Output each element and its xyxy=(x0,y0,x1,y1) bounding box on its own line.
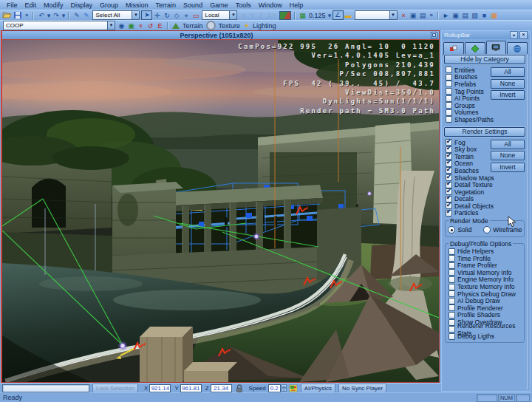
checkbox[interactable] xyxy=(449,304,455,311)
rollup-minimize-button[interactable]: ▴ xyxy=(510,31,518,39)
checkbox[interactable] xyxy=(446,109,452,116)
menu-item[interactable]: Help xyxy=(286,1,307,9)
toolbar-overflow-chevron-2[interactable]: » xyxy=(428,12,435,18)
chevron-down-icon[interactable]: ▼ xyxy=(389,11,397,19)
checkbox[interactable] xyxy=(449,262,455,269)
undo-dropdown[interactable]: ▾ xyxy=(46,11,51,20)
checkbox[interactable] xyxy=(446,210,452,217)
checkbox[interactable] xyxy=(446,74,452,81)
menu-item[interactable]: File xyxy=(3,1,21,9)
rotate-tool[interactable]: ↻ xyxy=(162,11,171,20)
mission-properties-icon[interactable]: ◉ xyxy=(117,21,126,30)
texture-button[interactable]: Texture xyxy=(217,22,242,30)
checkbox[interactable] xyxy=(449,333,455,340)
scale-tool[interactable]: ◇ xyxy=(171,11,181,20)
menu-item[interactable]: Terrain xyxy=(152,1,180,9)
goto-position-icon[interactable] xyxy=(289,384,298,392)
selection-name-dropdown[interactable]: ▼ xyxy=(355,10,398,20)
coord-system-dropdown[interactable]: Local▼ xyxy=(202,10,237,20)
open-file-icon[interactable] xyxy=(2,11,12,19)
save-icon[interactable] xyxy=(13,11,22,19)
select-object-tool[interactable]: ⌖ xyxy=(181,11,191,20)
checkbox[interactable] xyxy=(446,81,452,87)
hide-by-category-header[interactable]: Hide by Category xyxy=(444,55,525,64)
render-mode-option[interactable]: Solid xyxy=(448,226,471,234)
checkbox[interactable] xyxy=(446,95,452,102)
rollup-close-button[interactable]: ✕ xyxy=(519,31,528,39)
viewport-title-bar[interactable]: Perspective (1051x820) xyxy=(2,31,439,40)
ai-physics-button[interactable]: AI/Physics xyxy=(301,384,335,393)
database-view-icon[interactable]: ▤ xyxy=(460,11,470,20)
menu-item[interactable]: Display xyxy=(67,1,97,9)
status-message-field[interactable] xyxy=(2,384,89,392)
menu-item[interactable]: Game xyxy=(206,1,232,9)
render-action-button[interactable]: Invert xyxy=(491,163,525,172)
grid-snap-icon[interactable]: ▦ xyxy=(298,11,307,20)
move-tool[interactable]: ✛ xyxy=(152,11,162,20)
chevron-down-icon[interactable]: ▼ xyxy=(229,11,236,19)
checkbox[interactable] xyxy=(449,312,455,318)
material-editor-icon[interactable]: ▩ xyxy=(489,11,499,20)
coordinate-value[interactable]: 21.34 xyxy=(211,384,232,392)
delete-mission-icon[interactable]: × xyxy=(136,21,146,30)
checkbox[interactable] xyxy=(449,276,455,283)
axis-button[interactable]: X xyxy=(239,12,248,19)
checkbox[interactable] xyxy=(449,298,455,304)
mission-dropdown[interactable]: COOP▼ xyxy=(3,21,115,30)
edit-mission-icon[interactable]: E xyxy=(155,21,165,30)
axis-button[interactable]: Y xyxy=(248,12,256,19)
delete-selection-icon[interactable]: × xyxy=(399,11,409,20)
checkbox[interactable] xyxy=(449,319,455,326)
category-action-button[interactable]: All xyxy=(491,67,525,77)
checkbox[interactable] xyxy=(446,67,452,73)
lighting-button[interactable]: Lighting xyxy=(251,22,278,30)
axis-button[interactable]: XY xyxy=(265,12,279,19)
coordinate-value[interactable]: 961.81 xyxy=(180,384,202,392)
group-icon[interactable]: ▣ xyxy=(451,11,460,20)
menu-item[interactable]: Edit xyxy=(21,1,41,9)
toolbar-overflow-chevron[interactable]: » xyxy=(23,12,30,18)
grid-snap-dropdown[interactable]: ▾ xyxy=(327,11,332,20)
category-action-button[interactable]: Invert xyxy=(491,90,525,100)
follow-terrain-toggle[interactable] xyxy=(279,11,291,20)
square-tool-icon[interactable]: ■ xyxy=(480,11,489,20)
redo-dropdown[interactable]: ▾ xyxy=(61,11,66,20)
rollup-title-bar[interactable]: RollupBar ▴ ✕ xyxy=(442,31,530,39)
chevron-down-icon[interactable]: ▼ xyxy=(132,11,139,19)
menu-item[interactable]: Modify xyxy=(40,1,67,9)
checkbox[interactable] xyxy=(449,248,455,255)
anchor-icon[interactable]: ▧ xyxy=(470,11,480,20)
speed-stepper[interactable]: ▲▼ xyxy=(282,384,287,392)
chevron-down-icon[interactable]: ▼ xyxy=(107,21,115,30)
checkbox[interactable] xyxy=(446,116,452,123)
ruler-icon[interactable]: ▬ xyxy=(344,11,353,20)
menu-item[interactable]: Group xyxy=(96,1,122,9)
checkbox[interactable] xyxy=(446,102,452,109)
selection-arrow-tool[interactable]: ➤ xyxy=(141,10,152,20)
no-sync-player-button[interactable]: No Sync Player xyxy=(338,384,386,393)
lock-icon[interactable] xyxy=(236,384,243,392)
undo-button[interactable]: ↶ xyxy=(36,11,46,20)
checkbox[interactable] xyxy=(449,290,455,297)
new-mission-icon[interactable]: ▣ xyxy=(126,21,136,30)
unlink-objects-icon[interactable]: ✎ xyxy=(81,11,91,20)
render-action-button[interactable]: All xyxy=(491,140,525,149)
menu-item[interactable]: Tools xyxy=(232,1,255,9)
layers-icon[interactable]: ► xyxy=(441,11,451,20)
radio-button[interactable] xyxy=(483,226,491,234)
viewport-scene[interactable]: CamPos=922 995 26 Angl= 10 0 1120Ver=1.4… xyxy=(2,40,439,382)
checkbox[interactable] xyxy=(449,269,455,276)
coordinate-value[interactable]: 921.14 xyxy=(149,384,171,392)
rect-select-tool[interactable]: ▭ xyxy=(191,11,200,20)
checkbox[interactable] xyxy=(449,255,455,262)
reload-mission-icon[interactable]: ↺ xyxy=(146,21,155,30)
category-action-button[interactable]: None xyxy=(491,79,525,89)
menu-item[interactable]: Mission xyxy=(122,1,152,9)
select-mode-dropdown[interactable]: Select All▼ xyxy=(92,10,140,20)
save-selection-icon[interactable]: ▤ xyxy=(418,11,428,20)
checkbox[interactable] xyxy=(449,326,455,333)
menu-item[interactable]: Window xyxy=(255,1,286,9)
link-objects-icon[interactable]: ✎ xyxy=(72,11,81,20)
rollup-scrollbar[interactable] xyxy=(527,54,529,389)
axis-button[interactable]: Z xyxy=(256,12,265,19)
